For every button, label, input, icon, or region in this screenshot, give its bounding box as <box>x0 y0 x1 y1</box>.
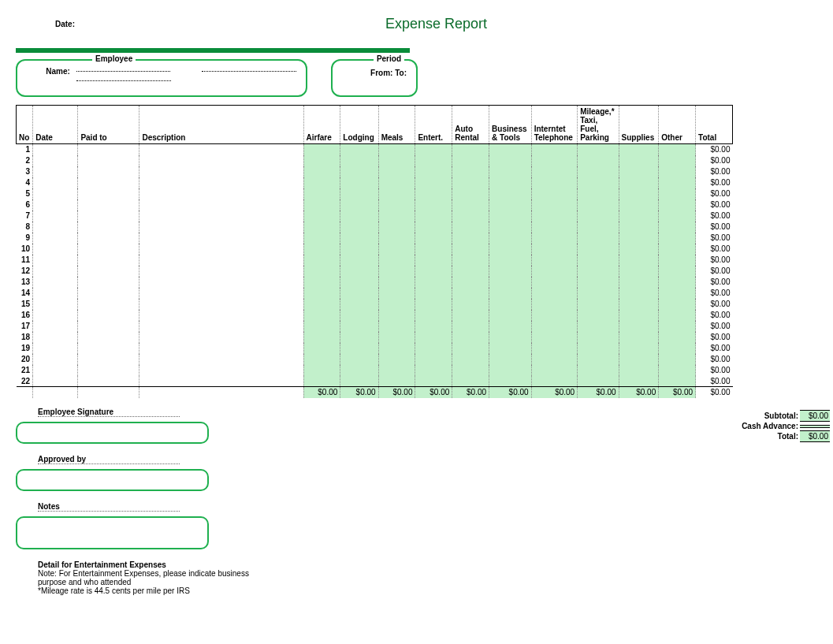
cell[interactable] <box>139 233 303 244</box>
cell[interactable] <box>303 343 340 354</box>
cell[interactable] <box>489 210 532 221</box>
cell[interactable] <box>489 266 532 277</box>
cell[interactable] <box>531 354 578 365</box>
cell[interactable] <box>659 288 696 299</box>
cell[interactable] <box>33 188 78 199</box>
cell[interactable] <box>578 199 619 210</box>
cell[interactable] <box>531 233 578 244</box>
cell[interactable] <box>452 343 489 354</box>
cell[interactable] <box>33 233 78 244</box>
cell[interactable] <box>619 177 659 188</box>
cell[interactable] <box>619 299 659 310</box>
cell[interactable] <box>78 343 139 354</box>
cell[interactable] <box>78 221 139 233</box>
cell[interactable] <box>452 332 489 343</box>
cell[interactable] <box>415 177 452 188</box>
cell[interactable] <box>33 310 78 321</box>
cell[interactable] <box>659 155 696 166</box>
cell[interactable] <box>452 144 489 155</box>
cell[interactable] <box>33 255 78 266</box>
cell[interactable] <box>531 343 578 354</box>
cell[interactable] <box>33 210 78 221</box>
cell[interactable] <box>415 343 452 354</box>
cell[interactable] <box>139 299 303 310</box>
cell[interactable] <box>33 199 78 210</box>
cell[interactable] <box>378 354 415 365</box>
cell[interactable] <box>659 199 696 210</box>
cell[interactable] <box>415 244 452 255</box>
cell[interactable] <box>489 376 532 387</box>
cell[interactable] <box>659 277 696 288</box>
cell[interactable] <box>139 343 303 354</box>
cell[interactable] <box>578 277 619 288</box>
cell[interactable] <box>415 277 452 288</box>
cell[interactable] <box>452 155 489 166</box>
name-field[interactable] <box>76 71 171 72</box>
cell[interactable] <box>659 177 696 188</box>
cell[interactable] <box>378 255 415 266</box>
cell[interactable] <box>78 188 139 199</box>
cell[interactable] <box>659 221 696 233</box>
cell[interactable] <box>415 155 452 166</box>
cell[interactable] <box>378 299 415 310</box>
cell[interactable] <box>78 244 139 255</box>
cell[interactable] <box>531 144 578 155</box>
cell[interactable] <box>619 199 659 210</box>
cell[interactable] <box>378 210 415 221</box>
cell[interactable] <box>78 376 139 387</box>
cell[interactable] <box>303 321 340 332</box>
cell[interactable] <box>78 321 139 332</box>
cell[interactable] <box>340 155 378 166</box>
cell[interactable] <box>33 244 78 255</box>
cell[interactable] <box>489 365 532 376</box>
cell[interactable] <box>452 199 489 210</box>
cell[interactable] <box>619 288 659 299</box>
cell[interactable] <box>340 376 378 387</box>
cell[interactable] <box>578 177 619 188</box>
cell[interactable] <box>139 177 303 188</box>
cell[interactable] <box>452 221 489 233</box>
cell[interactable] <box>489 177 532 188</box>
cell[interactable] <box>531 299 578 310</box>
cell[interactable] <box>578 354 619 365</box>
cell[interactable] <box>303 166 340 177</box>
cell[interactable] <box>578 288 619 299</box>
cell[interactable] <box>489 332 532 343</box>
cell[interactable] <box>415 233 452 244</box>
cell[interactable] <box>340 343 378 354</box>
cell[interactable] <box>578 266 619 277</box>
cell[interactable] <box>578 255 619 266</box>
cell[interactable] <box>489 188 532 199</box>
cell[interactable] <box>531 210 578 221</box>
cell[interactable] <box>452 299 489 310</box>
cell[interactable] <box>33 299 78 310</box>
cell[interactable] <box>340 188 378 199</box>
cash-advance-value[interactable] <box>800 425 830 428</box>
cell[interactable] <box>33 365 78 376</box>
cell[interactable] <box>378 343 415 354</box>
cell[interactable] <box>531 155 578 166</box>
cell[interactable] <box>415 299 452 310</box>
cell[interactable] <box>78 310 139 321</box>
cell[interactable] <box>378 288 415 299</box>
cell[interactable] <box>33 343 78 354</box>
cell[interactable] <box>619 188 659 199</box>
cell[interactable] <box>531 376 578 387</box>
cell[interactable] <box>489 277 532 288</box>
cell[interactable] <box>378 321 415 332</box>
cell[interactable] <box>415 255 452 266</box>
cell[interactable] <box>340 199 378 210</box>
cell[interactable] <box>619 332 659 343</box>
cell[interactable] <box>659 310 696 321</box>
cell[interactable] <box>139 321 303 332</box>
cell[interactable] <box>378 310 415 321</box>
cell[interactable] <box>531 221 578 233</box>
cell[interactable] <box>578 244 619 255</box>
cell[interactable] <box>33 376 78 387</box>
cell[interactable] <box>619 277 659 288</box>
name-field-3[interactable] <box>76 80 171 81</box>
cell[interactable] <box>340 321 378 332</box>
cell[interactable] <box>78 277 139 288</box>
cell[interactable] <box>139 354 303 365</box>
cell[interactable] <box>78 233 139 244</box>
